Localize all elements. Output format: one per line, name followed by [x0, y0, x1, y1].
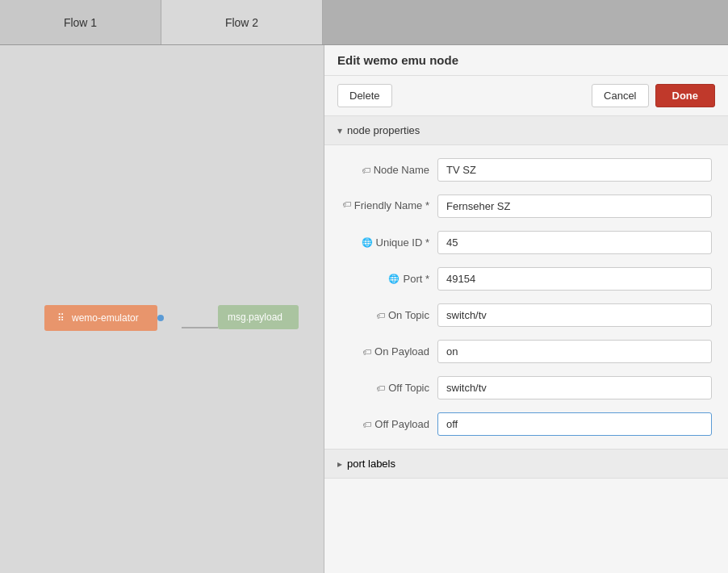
off-topic-tag-icon: 🏷 — [376, 383, 385, 393]
tab-flow1-label: Flow 1 — [64, 16, 97, 29]
unique-id-input[interactable] — [437, 231, 712, 254]
node-properties-title: node properties — [347, 124, 420, 136]
done-button[interactable]: Done — [655, 84, 716, 107]
off-payload-tag-icon: 🏷 — [362, 420, 371, 429]
unique-id-row: 🌐 Unique ID * — [341, 231, 712, 254]
btn-group: Cancel Done — [592, 84, 715, 107]
tab-bar: Flow 1 Flow 2 — [0, 0, 728, 45]
off-payload-label: 🏷 Off Payload — [341, 418, 429, 430]
on-topic-label: 🏷 On Topic — [341, 309, 429, 321]
port-labels-title: port labels — [347, 458, 395, 470]
delete-button[interactable]: Delete — [337, 84, 392, 107]
off-topic-label: 🏷 Off Topic — [341, 382, 429, 394]
wemo-port-out-dot — [157, 315, 164, 321]
port-labels-chevron-icon: ▸ — [337, 458, 342, 470]
on-payload-input[interactable] — [437, 340, 712, 363]
node-msg-payload[interactable]: msg.payload — [218, 305, 299, 329]
unique-id-label: 🌐 Unique ID * — [341, 236, 429, 249]
friendly-name-label-text: Friendly Name * — [354, 199, 429, 211]
form-body: 🏷 Node Name 🏷 Friendly Name * 🌐 Unique I… — [324, 145, 728, 449]
on-topic-tag-icon: 🏷 — [376, 311, 385, 320]
tab-flow2[interactable]: Flow 2 — [161, 0, 323, 44]
right-panel: Edit wemo emu node Delete Cancel Done ▾ … — [324, 45, 728, 573]
node-properties-chevron-icon: ▾ — [337, 125, 342, 136]
main-layout: ⠿ wemo-emulator msg.payload Edit wemo em… — [0, 45, 728, 573]
tab-flow2-label: Flow 2 — [225, 16, 258, 29]
node-properties-section-header[interactable]: ▾ node properties — [324, 116, 728, 145]
wemo-node-label: wemo-emulator — [72, 312, 139, 324]
on-topic-label-text: On Topic — [388, 309, 429, 321]
port-input[interactable] — [437, 267, 712, 291]
off-topic-label-text: Off Topic — [388, 382, 429, 394]
off-topic-row: 🏷 Off Topic — [341, 376, 712, 399]
port-row: 🌐 Port * — [341, 267, 712, 291]
on-payload-label-text: On Payload — [374, 345, 429, 358]
off-payload-input[interactable] — [437, 412, 712, 436]
node-wemo-emulator[interactable]: ⠿ wemo-emulator — [44, 305, 157, 331]
port-labels-section-header[interactable]: ▸ port labels — [324, 449, 728, 479]
on-payload-row: 🏷 On Payload — [341, 340, 712, 363]
node-name-label: 🏷 Node Name — [341, 164, 429, 176]
off-payload-row: 🏷 Off Payload — [341, 412, 712, 436]
friendly-name-tag-icon: 🏷 — [342, 199, 351, 209]
canvas-area[interactable]: ⠿ wemo-emulator msg.payload — [0, 45, 324, 573]
unique-id-globe-icon: 🌐 — [362, 237, 373, 248]
node-name-row: 🏷 Node Name — [341, 158, 712, 182]
cancel-button[interactable]: Cancel — [592, 84, 648, 107]
wemo-node-icon: ⠿ — [54, 312, 67, 324]
on-payload-tag-icon: 🏷 — [362, 347, 371, 357]
panel-actions: Delete Cancel Done — [324, 76, 728, 116]
port-label-text: Port * — [403, 273, 429, 285]
off-payload-label-text: Off Payload — [374, 418, 429, 430]
friendly-name-row: 🏷 Friendly Name * — [341, 194, 712, 218]
friendly-name-input[interactable] — [437, 194, 712, 218]
on-topic-input[interactable] — [437, 303, 712, 327]
tab-flow1[interactable]: Flow 1 — [0, 0, 161, 44]
on-topic-row: 🏷 On Topic — [341, 303, 712, 327]
msg-node-label: msg.payload — [228, 312, 282, 323]
port-globe-icon: 🌐 — [388, 274, 400, 284]
node-name-tag-icon: 🏷 — [362, 165, 370, 175]
on-payload-label: 🏷 On Payload — [341, 345, 429, 358]
panel-title: Edit wemo emu node — [337, 53, 458, 67]
node-name-label-text: Node Name — [374, 164, 429, 176]
panel-header: Edit wemo emu node — [324, 45, 728, 76]
node-name-input[interactable] — [437, 158, 712, 182]
port-label: 🌐 Port * — [341, 273, 429, 285]
unique-id-label-text: Unique ID * — [376, 236, 429, 249]
friendly-name-label: 🏷 Friendly Name * — [341, 194, 429, 211]
off-topic-input[interactable] — [437, 376, 712, 399]
